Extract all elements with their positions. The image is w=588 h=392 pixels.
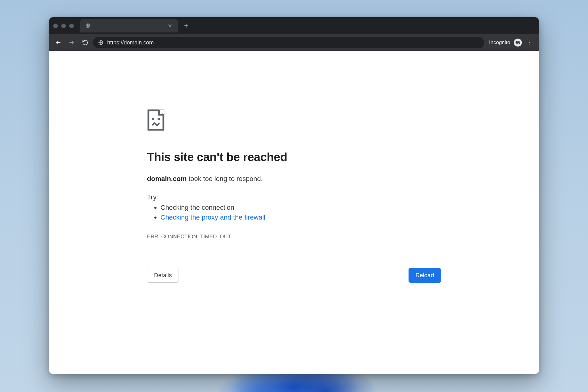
back-button[interactable] [53,37,64,48]
try-label: Try: [147,193,441,201]
incognito-icon [514,39,522,47]
error-host-suffix: took too long to respond. [187,175,263,183]
svg-point-5 [530,42,530,43]
svg-rect-10 [158,118,160,120]
suggestion-list: Checking the connection Checking the pro… [147,204,441,221]
details-button[interactable]: Details [147,268,179,283]
svg-point-6 [530,44,530,45]
browser-tab[interactable] [80,19,178,32]
toolbar: Incognito [49,34,539,51]
sad-file-icon [147,109,441,132]
page-content: This site can't be reached domain.com to… [49,51,539,374]
suggestion-check-proxy: Checking the proxy and the firewall [160,213,441,221]
site-info-icon[interactable] [98,40,104,45]
forward-button[interactable] [66,37,77,48]
window-close-button[interactable] [53,24,58,28]
browser-window: Incognito [49,17,539,374]
svg-rect-7 [149,110,164,130]
error-panel: This site can't be reached domain.com to… [147,109,441,283]
close-tab-button[interactable] [166,22,174,29]
error-code: ERR_CONNECTION_TIMED_OUT [147,234,441,240]
error-host: domain.com [147,175,187,183]
window-maximize-button[interactable] [69,24,74,28]
error-heading: This site can't be reached [147,151,441,164]
window-controls [53,24,74,28]
error-description: domain.com took too long to respond. [147,175,441,183]
incognito-label: Incognito [489,40,510,46]
reload-button[interactable] [80,37,91,48]
proxy-firewall-link[interactable]: Checking the proxy and the firewall [160,213,265,221]
tab-bar [49,17,539,34]
url-input[interactable] [107,40,479,46]
svg-point-2 [516,43,518,44]
reload-page-button[interactable]: Reload [409,268,441,283]
error-actions: Details Reload [147,268,441,283]
incognito-indicator[interactable]: Incognito [487,39,522,47]
window-minimize-button[interactable] [61,24,66,28]
svg-rect-9 [152,118,154,120]
menu-button[interactable] [524,37,535,48]
suggestion-check-connection: Checking the connection [160,204,441,212]
address-bar[interactable] [93,37,484,48]
new-tab-button[interactable] [181,21,191,31]
svg-point-3 [518,43,520,44]
globe-icon [85,23,91,29]
svg-point-4 [530,40,530,41]
